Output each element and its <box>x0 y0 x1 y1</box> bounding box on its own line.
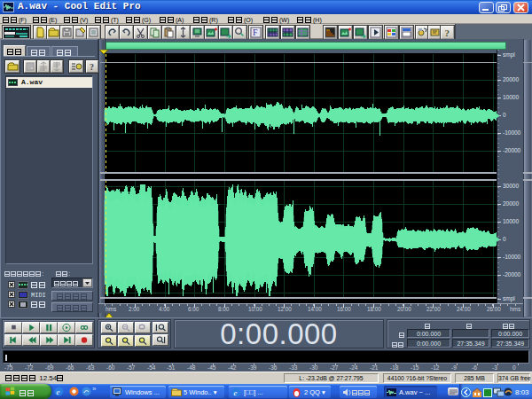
svg-text:e: e <box>57 387 60 396</box>
svg-text:e: e <box>234 388 238 397</box>
